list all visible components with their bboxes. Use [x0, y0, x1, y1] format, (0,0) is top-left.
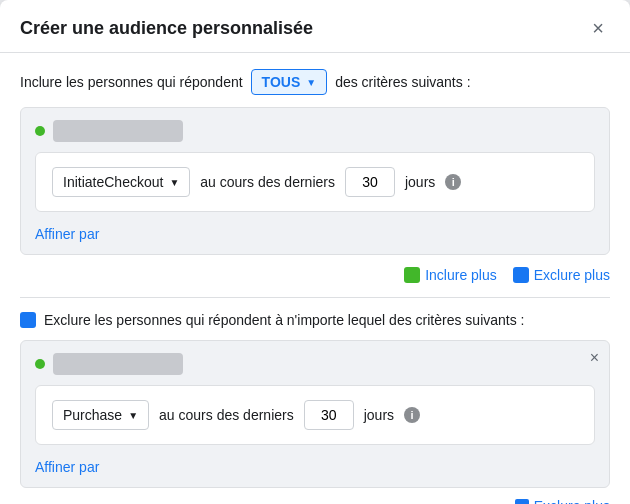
include-days-label: jours: [405, 174, 435, 190]
purchase-label: Purchase: [63, 407, 122, 423]
exclude-dot-row: [35, 353, 595, 375]
modal-title: Créer une audience personnalisée: [20, 18, 313, 39]
exclude-audience-box: × Purchase ▼ au cours des derniers jours: [20, 340, 610, 488]
include-section: Inclure les personnes qui répondent TOUS…: [20, 69, 610, 255]
inclure-plus-label: Inclure plus: [425, 267, 497, 283]
tous-label: TOUS: [262, 74, 301, 90]
include-days-input[interactable]: [345, 167, 395, 197]
exclude-close-button[interactable]: ×: [590, 349, 599, 367]
include-affiner-par[interactable]: Affiner par: [35, 226, 99, 242]
inclure-plus-link[interactable]: Inclure plus: [404, 267, 497, 283]
exclure-plus-label-top: Exclure plus: [534, 267, 610, 283]
modal-body: Inclure les personnes qui répondent TOUS…: [0, 53, 630, 504]
exclude-section-header: Exclure les personnes qui répondent à n'…: [20, 312, 610, 328]
divider: [20, 297, 610, 298]
exclure-plus-icon-top: [513, 267, 529, 283]
chevron-down-icon: ▼: [169, 177, 179, 188]
exclude-info-icon: i: [404, 407, 420, 423]
chevron-down-icon: ▼: [128, 410, 138, 421]
exclude-condition-box: Purchase ▼ au cours des derniers jours i: [35, 385, 595, 445]
exclude-icon: [20, 312, 36, 328]
purchase-select[interactable]: Purchase ▼: [52, 400, 149, 430]
include-condition-row: InitiateCheckout ▼ au cours des derniers…: [52, 167, 578, 197]
bottom-action-row: Exclure plus: [20, 498, 610, 504]
tous-select[interactable]: TOUS ▼: [251, 69, 328, 95]
audience-name-bar: [53, 120, 183, 142]
info-icon: i: [445, 174, 461, 190]
include-prefix-text: Inclure les personnes qui répondent: [20, 74, 243, 90]
inclure-plus-icon: [404, 267, 420, 283]
exclude-audience-name-bar: [53, 353, 183, 375]
exclure-plus-bottom-label: Exclure plus: [534, 498, 610, 504]
include-dot-row: [35, 120, 595, 142]
include-audience-box: InitiateCheckout ▼ au cours des derniers…: [20, 107, 610, 255]
green-dot-icon: [35, 126, 45, 136]
exclude-middle-text: au cours des derniers: [159, 407, 294, 423]
initiate-checkout-label: InitiateCheckout: [63, 174, 163, 190]
include-suffix-text: des critères suivants :: [335, 74, 470, 90]
initiate-checkout-select[interactable]: InitiateCheckout ▼: [52, 167, 190, 197]
exclude-condition-row: Purchase ▼ au cours des derniers jours i: [52, 400, 578, 430]
modal: Créer une audience personnalisée × Inclu…: [0, 0, 630, 504]
exclude-days-label: jours: [364, 407, 394, 423]
exclure-plus-bottom-icon: [515, 499, 529, 504]
exclude-affiner-par[interactable]: Affiner par: [35, 459, 99, 475]
exclure-plus-link-top[interactable]: Exclure plus: [513, 267, 610, 283]
exclure-plus-bottom-link[interactable]: Exclure plus: [515, 498, 610, 504]
exclude-days-input[interactable]: [304, 400, 354, 430]
action-row: Inclure plus Exclure plus: [20, 267, 610, 283]
modal-header: Créer une audience personnalisée ×: [0, 0, 630, 53]
exclude-green-dot-icon: [35, 359, 45, 369]
include-section-header: Inclure les personnes qui répondent TOUS…: [20, 69, 610, 95]
close-button[interactable]: ×: [586, 16, 610, 40]
include-middle-text: au cours des derniers: [200, 174, 335, 190]
chevron-down-icon: ▼: [306, 77, 316, 88]
include-condition-box: InitiateCheckout ▼ au cours des derniers…: [35, 152, 595, 212]
exclude-header-text: Exclure les personnes qui répondent à n'…: [44, 312, 525, 328]
exclude-section: Exclure les personnes qui répondent à n'…: [20, 312, 610, 504]
